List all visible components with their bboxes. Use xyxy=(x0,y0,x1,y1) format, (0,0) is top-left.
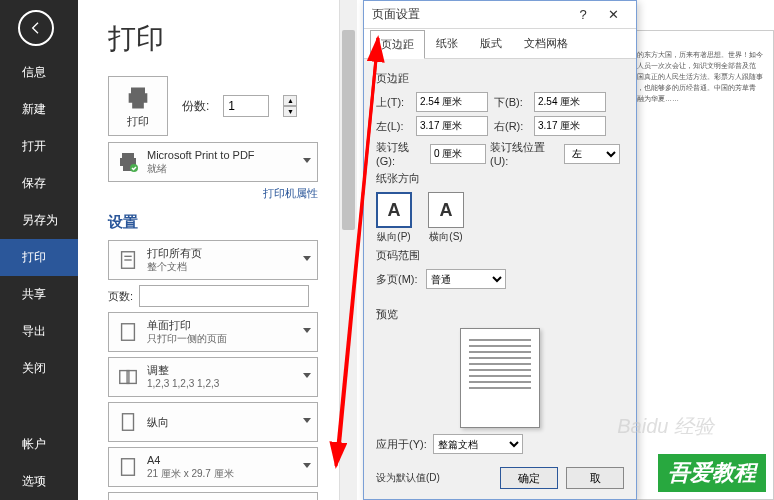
printer-properties-link[interactable]: 打印机属性 xyxy=(108,186,318,201)
sidebar-item-new[interactable]: 新建 xyxy=(0,91,78,128)
multipage-label: 多页(M): xyxy=(376,272,418,287)
page-setup-dialog: 页面设置 ? ✕ 页边距 纸张 版式 文档网格 页边距 上(T): 下(B): … xyxy=(363,0,637,500)
svg-rect-4 xyxy=(122,324,135,341)
copies-label: 份数: xyxy=(182,98,209,115)
tutorial-watermark: 吾爱教程 xyxy=(658,454,766,492)
margin-top-label: 上(T): xyxy=(376,95,410,110)
margin-top-input[interactable] xyxy=(416,92,488,112)
apply-to-select[interactable]: 整篇文档 xyxy=(433,434,523,454)
sidebar-item-export[interactable]: 导出 xyxy=(0,313,78,350)
tab-layout[interactable]: 版式 xyxy=(469,29,513,58)
tab-paper[interactable]: 纸张 xyxy=(425,29,469,58)
margin-preview xyxy=(460,328,540,428)
dialog-title: 页面设置 xyxy=(372,6,420,23)
apply-to-label: 应用于(Y): xyxy=(376,437,427,452)
backstage-sidebar: 信息 新建 打开 保存 另存为 打印 共享 导出 关闭 帐户 选项 xyxy=(0,0,78,500)
setting-collate[interactable]: 调整1,2,3 1,2,3 1,2,3 xyxy=(108,357,318,397)
duplex-icon xyxy=(115,319,141,345)
settings-scrollbar[interactable] xyxy=(339,0,357,500)
print-button[interactable]: 打印 xyxy=(108,76,168,136)
orientation-icon xyxy=(115,409,141,435)
sidebar-item-close[interactable]: 关闭 xyxy=(0,350,78,387)
cancel-button[interactable]: 取 xyxy=(566,467,624,489)
margin-right-label: 右(R): xyxy=(494,119,528,134)
page-range-group-label: 页码范围 xyxy=(376,248,624,263)
sidebar-item-info[interactable]: 信息 xyxy=(0,54,78,91)
setting-paper-size[interactable]: A421 厘米 x 29.7 厘米 xyxy=(108,447,318,487)
gutter-input[interactable] xyxy=(430,144,486,164)
orientation-group-label: 纸张方向 xyxy=(376,171,624,186)
sidebar-item-options[interactable]: 选项 xyxy=(0,463,78,500)
svg-rect-7 xyxy=(123,414,134,431)
print-panel: 打印 打印 份数: ▲▼ Microsoft Print to PDF 就绪 打… xyxy=(78,0,363,500)
baidu-watermark: Baidu 经验 xyxy=(617,413,714,440)
scrollbar-thumb[interactable] xyxy=(342,30,355,230)
copies-input[interactable] xyxy=(223,95,269,117)
sidebar-item-save[interactable]: 保存 xyxy=(0,165,78,202)
printer-selector[interactable]: Microsoft Print to PDF 就绪 xyxy=(108,142,318,182)
chevron-down-icon xyxy=(303,418,311,423)
collate-icon xyxy=(115,364,141,390)
dialog-help-button[interactable]: ? xyxy=(568,7,598,22)
margin-right-input[interactable] xyxy=(534,116,606,136)
printer-status-icon xyxy=(115,149,141,175)
pages-icon xyxy=(115,247,141,273)
chevron-down-icon xyxy=(303,373,311,378)
dialog-close-button[interactable]: ✕ xyxy=(598,7,628,22)
chevron-down-icon xyxy=(303,256,311,261)
margin-left-label: 左(L): xyxy=(376,119,410,134)
gutter-label: 装订线(G): xyxy=(376,140,426,167)
printer-icon xyxy=(124,84,152,112)
setting-orientation[interactable]: 纵向 xyxy=(108,402,318,442)
setting-duplex[interactable]: 单面打印只打印一侧的页面 xyxy=(108,312,318,352)
tab-grid[interactable]: 文档网格 xyxy=(513,29,579,58)
setting-print-range[interactable]: 打印所有页整个文档 xyxy=(108,240,318,280)
paper-size-icon xyxy=(115,454,141,480)
tab-margins[interactable]: 页边距 xyxy=(370,30,425,59)
arrow-left-icon xyxy=(28,20,44,36)
gutter-pos-select[interactable]: 左 xyxy=(564,144,620,164)
back-button[interactable] xyxy=(18,10,54,46)
margin-left-input[interactable] xyxy=(416,116,488,136)
sidebar-item-account[interactable]: 帐户 xyxy=(0,426,78,463)
print-button-label: 打印 xyxy=(127,114,149,129)
chevron-down-icon xyxy=(303,158,311,163)
margin-bottom-input[interactable] xyxy=(534,92,606,112)
preview-label: 预览 xyxy=(376,307,624,322)
dialog-tabs: 页边距 纸张 版式 文档网格 xyxy=(364,29,636,59)
ok-button[interactable]: 确定 xyxy=(500,467,558,489)
margin-bottom-label: 下(B): xyxy=(494,95,528,110)
printer-name: Microsoft Print to PDF xyxy=(147,148,255,162)
sidebar-item-saveas[interactable]: 另存为 xyxy=(0,202,78,239)
chevron-down-icon xyxy=(303,328,311,333)
pages-label: 页数: xyxy=(108,289,133,304)
orientation-landscape[interactable]: A 横向(S) xyxy=(428,192,464,244)
sidebar-item-print[interactable]: 打印 xyxy=(0,239,78,276)
copies-spinner[interactable]: ▲▼ xyxy=(283,95,297,117)
page-title: 打印 xyxy=(108,20,363,58)
chevron-down-icon xyxy=(303,463,311,468)
setting-margins[interactable]: 正常边距左: 3.18 厘米 右: 3.… xyxy=(108,492,318,500)
dialog-titlebar: 页面设置 ? ✕ xyxy=(364,1,636,29)
orientation-portrait[interactable]: A 纵向(P) xyxy=(376,192,412,244)
gutter-pos-label: 装订线位置(U): xyxy=(490,140,560,167)
sidebar-item-share[interactable]: 共享 xyxy=(0,276,78,313)
pages-input[interactable] xyxy=(139,285,309,307)
margins-group-label: 页边距 xyxy=(376,71,624,86)
set-default-link[interactable]: 设为默认值(D) xyxy=(376,471,492,485)
settings-heading: 设置 xyxy=(108,213,363,232)
printer-status: 就绪 xyxy=(147,162,255,176)
multipage-select[interactable]: 普通 xyxy=(426,269,506,289)
sidebar-item-open[interactable]: 打开 xyxy=(0,128,78,165)
svg-rect-8 xyxy=(122,459,135,476)
